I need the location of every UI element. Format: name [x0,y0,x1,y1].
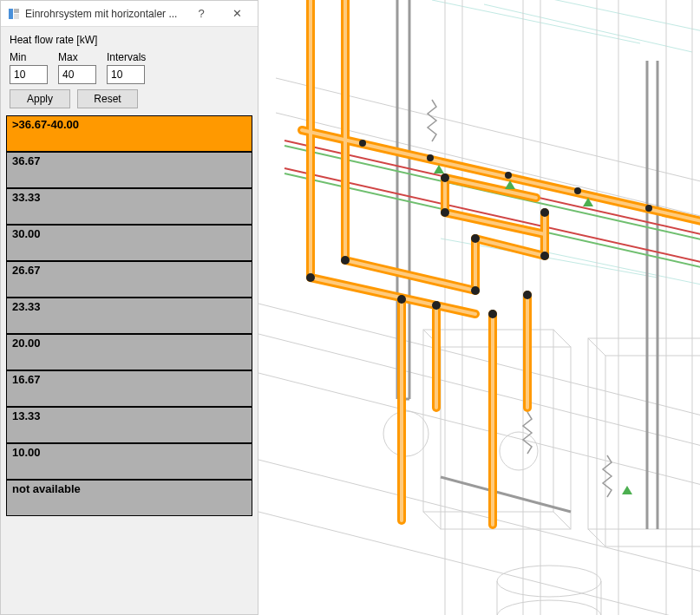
svg-line-17 [258,304,700,425]
svg-rect-30 [588,338,700,529]
legend-row[interactable]: 10.00 [6,443,252,480]
legend-row-label: 16.67 [12,373,41,386]
legend-row[interactable]: 26.67 [6,261,252,298]
window-title: Einrohrsystem mit horizontaler ... [25,8,183,20]
properties-panel: Einrohrsystem mit horizontaler ... ? ✕ H… [0,0,258,615]
max-label: Max [58,51,96,63]
svg-point-82 [306,273,315,282]
svg-rect-25 [441,347,571,529]
legend-row-label: 13.33 [12,409,41,422]
svg-line-72 [475,239,545,256]
legend-row-label: 10.00 [12,446,41,459]
svg-point-87 [471,234,480,243]
svg-point-90 [441,208,449,217]
svg-point-89 [540,208,549,217]
reset-button[interactable]: Reset [77,89,138,108]
close-icon: ✕ [232,7,242,20]
button-row: Apply Reset [1,89,258,115]
app-icon [8,8,20,20]
legend-row[interactable]: 16.67 [6,370,252,407]
legend-list: >36.67-40.0036.6733.3330.0026.6723.3320.… [1,115,258,521]
svg-point-96 [505,172,512,179]
help-icon: ? [198,7,204,20]
svg-rect-0 [9,9,13,19]
legend-row[interactable]: 20.00 [6,334,252,370]
max-control: Max [58,51,96,84]
max-input[interactable] [58,65,96,84]
svg-line-29 [553,512,571,529]
legend-row[interactable]: >36.67-40.00 [6,115,252,152]
svg-point-86 [471,286,480,295]
svg-line-18 [258,334,700,455]
svg-rect-1 [14,9,19,13]
svg-rect-31 [605,356,700,546]
legend-row-label: 26.67 [12,264,41,277]
intervals-control: Intervals [107,51,146,84]
svg-point-97 [574,187,581,194]
svg-point-93 [523,291,532,299]
svg-point-85 [432,301,441,310]
legend-row[interactable]: not available [6,480,252,516]
intervals-label: Intervals [107,51,146,63]
legend-row-label: 33.33 [12,191,41,204]
wireframe-scene [258,0,700,615]
svg-point-88 [540,252,549,260]
svg-line-3 [432,0,640,43]
legend-row-label: 30.00 [12,227,41,240]
model-viewport[interactable] [258,0,700,615]
close-button[interactable]: ✕ [219,2,254,26]
svg-point-36 [497,566,601,597]
app-root: Einrohrsystem mit horizontaler ... ? ✕ H… [0,0,700,615]
legend-row-label: 20.00 [12,337,41,350]
svg-point-84 [397,295,406,304]
min-label: Min [10,51,48,63]
legend-row[interactable]: 13.33 [6,407,252,443]
titlebar: Einrohrsystem mit horizontaler ... ? ✕ [1,1,258,27]
svg-point-37 [497,600,601,615]
svg-rect-2 [14,14,19,19]
svg-point-83 [341,256,350,265]
svg-point-98 [645,205,652,212]
legend-row-label: 36.67 [12,154,41,167]
legend-row[interactable]: 36.67 [6,152,252,188]
legend-row[interactable]: 23.33 [6,298,252,334]
intervals-input[interactable] [107,65,145,84]
svg-point-92 [488,310,497,318]
min-input[interactable] [10,65,48,84]
svg-line-4 [484,4,692,52]
legend-row[interactable]: 33.33 [6,188,252,225]
svg-point-94 [359,140,366,147]
section-heading: Heat flow rate [kW] [1,27,258,49]
svg-point-41 [500,432,538,470]
svg-point-95 [427,154,434,161]
min-control: Min [10,51,48,84]
legend-row-label: >36.67-40.00 [12,118,79,131]
apply-button[interactable]: Apply [10,89,70,108]
svg-line-20 [258,460,700,581]
svg-line-21 [258,512,700,615]
legend-row[interactable]: 30.00 [6,225,252,261]
help-button[interactable]: ? [188,2,214,26]
legend-row-label: not available [12,482,81,495]
svg-line-47 [441,477,571,512]
svg-line-27 [553,330,571,347]
svg-line-28 [423,512,441,529]
range-controls: Min Max Intervals [1,49,258,89]
svg-point-91 [441,173,449,182]
legend-row-label: 23.33 [12,300,41,313]
svg-marker-102 [622,486,632,494]
